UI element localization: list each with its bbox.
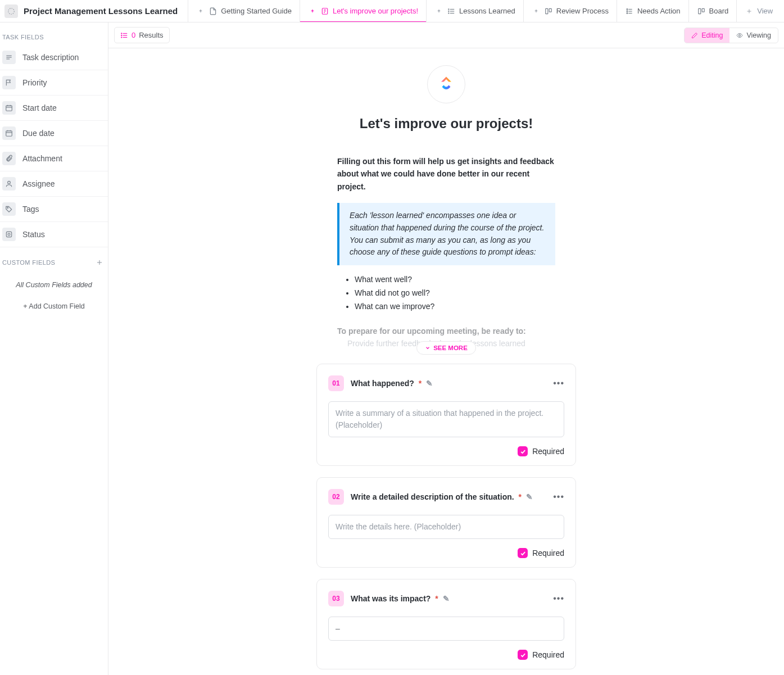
- pin-icon: [308, 7, 317, 16]
- svg-rect-23: [6, 106, 12, 111]
- question-more-button[interactable]: •••: [553, 594, 564, 604]
- question-number: 01: [328, 375, 344, 391]
- chevron-down-icon: [425, 345, 430, 351]
- bullet-item: What can we improve?: [355, 300, 550, 314]
- field-start-date[interactable]: Start date: [0, 96, 108, 121]
- user-icon: [2, 177, 16, 191]
- svg-rect-16: [698, 8, 700, 13]
- add-view-label: View: [757, 7, 773, 15]
- field-tags[interactable]: Tags: [0, 197, 108, 222]
- top-tab-bar: Project Management Lessons Learned Getti…: [0, 0, 784, 22]
- form-title[interactable]: Let's improve our projects!: [316, 116, 576, 132]
- svg-rect-33: [6, 232, 11, 237]
- viewing-mode-button[interactable]: Viewing: [729, 28, 778, 43]
- tab-review-process[interactable]: Review Process: [523, 0, 617, 22]
- svg-point-31: [8, 181, 11, 184]
- svg-point-43: [739, 34, 741, 36]
- form-intro[interactable]: Filling out this form will help us get i…: [337, 155, 555, 193]
- field-task-description[interactable]: Task description: [0, 45, 108, 70]
- question-title[interactable]: What was its impact? * ✎: [351, 594, 450, 603]
- board-icon: [544, 7, 553, 16]
- form-icon: [320, 7, 329, 16]
- field-sidebar: TASK FIELDS Task description Priority St…: [0, 22, 108, 675]
- required-label: Required: [532, 650, 564, 659]
- svg-point-13: [627, 8, 628, 10]
- required-checkbox[interactable]: [518, 446, 528, 456]
- svg-point-5: [448, 8, 449, 9]
- custom-fields-empty-msg: All Custom Fields added: [0, 268, 108, 300]
- plus-icon: [745, 7, 754, 16]
- pencil-icon: ✎: [443, 594, 450, 603]
- svg-rect-34: [8, 233, 10, 235]
- eye-icon: [736, 32, 743, 39]
- task-fields-heading: TASK FIELDS: [0, 22, 108, 45]
- question-input[interactable]: Write a summary of a situation that happ…: [328, 401, 564, 437]
- required-checkbox[interactable]: [518, 650, 528, 660]
- tab-lessons-learned[interactable]: Lessons Learned: [426, 0, 523, 22]
- faded-heading: To prepare for our upcoming meeting, be …: [337, 327, 555, 336]
- form-logo[interactable]: [427, 65, 465, 103]
- add-custom-field-icon-button[interactable]: [96, 259, 103, 266]
- tab-getting-started[interactable]: Getting Started Guide: [188, 0, 300, 22]
- required-label: Required: [532, 447, 564, 456]
- form-toolbar: 0 Results Editing Viewing: [108, 22, 784, 48]
- tab-board[interactable]: Board: [688, 0, 737, 22]
- field-attachment[interactable]: Attachment: [0, 146, 108, 171]
- pin-icon: [532, 7, 541, 16]
- field-due-date[interactable]: Due date: [0, 121, 108, 146]
- pencil-icon: ✎: [526, 492, 533, 501]
- svg-point-15: [627, 12, 628, 13]
- results-label: Results: [139, 31, 163, 39]
- svg-rect-17: [702, 8, 704, 12]
- question-title[interactable]: What happened? * ✎: [351, 379, 433, 388]
- question-more-button[interactable]: •••: [553, 492, 564, 502]
- form-bullets[interactable]: What went well? What did not go well? Wh…: [342, 273, 550, 313]
- tab-label: Lessons Learned: [459, 7, 515, 15]
- bullet-item: What went well?: [355, 273, 550, 287]
- field-assignee[interactable]: Assignee: [0, 171, 108, 197]
- field-priority[interactable]: Priority: [0, 70, 108, 96]
- question-card[interactable]: 02 Write a detailed description of the s…: [316, 477, 576, 568]
- editing-mode-button[interactable]: Editing: [685, 28, 729, 43]
- pin-icon: [434, 7, 443, 16]
- form-canvas: Let's improve our projects! Filling out …: [108, 48, 784, 675]
- text-icon: [2, 51, 16, 64]
- tab-improve-projects[interactable]: Let's improve our projects!: [300, 0, 426, 22]
- edit-view-toggle: Editing Viewing: [684, 28, 778, 43]
- question-more-button[interactable]: •••: [553, 378, 564, 388]
- question-input[interactable]: Write the details here. (Placeholder): [328, 515, 564, 539]
- tag-icon: [2, 202, 16, 216]
- form-callout[interactable]: Each 'lesson learned' encompasses one id…: [337, 203, 555, 265]
- tab-label: Let's improve our projects!: [333, 7, 418, 15]
- svg-rect-8: [546, 8, 548, 13]
- svg-point-0: [8, 8, 15, 14]
- field-status[interactable]: Status: [0, 222, 108, 247]
- question-card[interactable]: 01 What happened? * ✎ ••• Write a summar…: [316, 364, 576, 466]
- results-icon: [120, 31, 128, 39]
- add-custom-field-button[interactable]: + Add Custom Field: [0, 300, 108, 312]
- list-title[interactable]: Project Management Lessons Learned: [24, 6, 178, 16]
- question-title[interactable]: Write a detailed description of the situ…: [351, 492, 533, 501]
- svg-point-42: [121, 37, 122, 37]
- svg-point-14: [627, 11, 628, 12]
- pin-icon: [196, 7, 205, 16]
- add-view-button[interactable]: View: [736, 0, 780, 22]
- custom-fields-heading: CUSTOM FIELDS: [2, 259, 55, 266]
- svg-point-7: [448, 12, 449, 13]
- attach-icon: [2, 152, 16, 165]
- svg-rect-9: [549, 8, 551, 12]
- svg-rect-27: [6, 131, 12, 136]
- tab-needs-action[interactable]: Needs Action: [617, 0, 688, 22]
- svg-point-32: [7, 207, 8, 209]
- results-button[interactable]: 0 Results: [114, 27, 170, 43]
- required-checkbox[interactable]: [518, 548, 528, 558]
- calendar-icon: [2, 126, 16, 140]
- doc-icon: [209, 7, 217, 16]
- question-input[interactable]: –: [328, 617, 564, 641]
- see-more-button[interactable]: SEE MORE: [416, 341, 476, 355]
- list-icon: [447, 7, 456, 16]
- calendar-icon: [2, 101, 16, 115]
- question-card[interactable]: 03 What was its impact? * ✎ ••• – Requir…: [316, 579, 576, 669]
- list-icon: [625, 7, 634, 16]
- bullet-item: What did not go well?: [355, 287, 550, 300]
